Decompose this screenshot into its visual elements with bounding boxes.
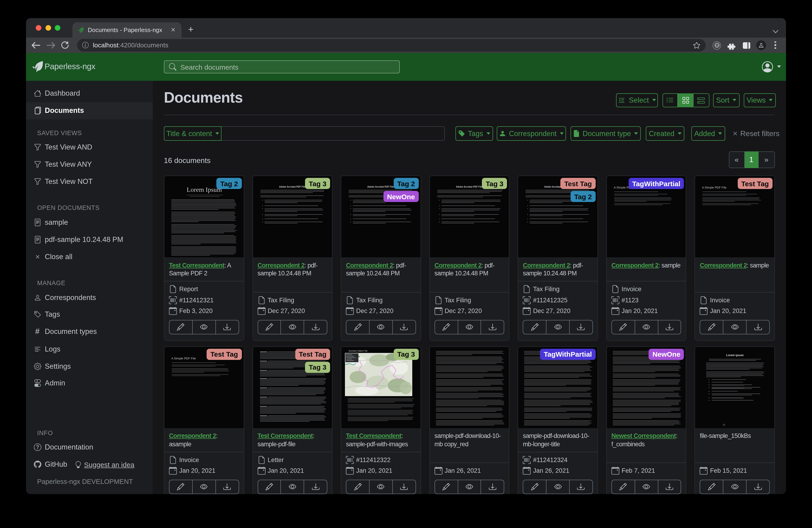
- svg-text:A Simple PDF File: A Simple PDF File: [702, 186, 727, 189]
- svg-text:12: 12: [723, 423, 725, 426]
- svg-text:Boundary Waters Trip: Boundary Waters Trip: [349, 349, 367, 352]
- svg-text:A Simple PDF File: A Simple PDF File: [171, 356, 196, 360]
- svg-text:Adobe Acrobat PDF Files: Adobe Acrobat PDF Files: [456, 186, 484, 188]
- svg-text:Adobe Acrobat PDF Files: Adobe Acrobat PDF Files: [279, 186, 307, 188]
- svg-text:Lorem ipsum: Lorem ipsum: [726, 353, 744, 357]
